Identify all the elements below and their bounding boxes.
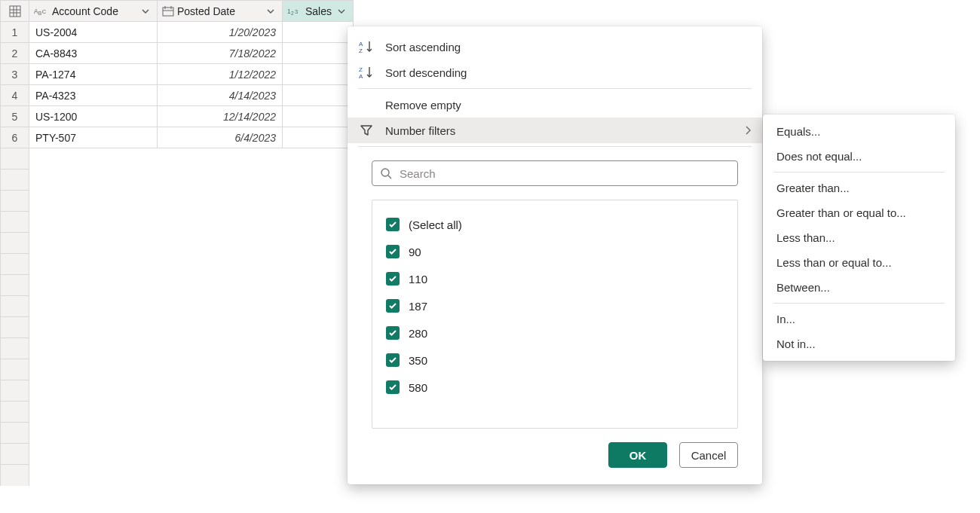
svg-rect-8 [163,8,173,16]
filter-icon [360,124,373,137]
submenu-greater-than[interactable]: Greater than... [763,176,955,200]
row-gutter [1,169,29,191]
corner-header[interactable] [1,1,29,22]
column-header-label: Sales [305,5,332,17]
checkbox-checked-icon[interactable] [386,380,400,394]
svg-text:A: A [359,73,363,79]
menu-item-label: Number filters [385,124,733,137]
row-gutter [1,233,29,254]
filter-value-row[interactable]: 350 [386,347,724,374]
cell-sales[interactable] [283,22,354,43]
menu-divider [358,146,752,147]
column-header-account[interactable]: A B C Account Code [29,1,158,22]
row-gutter [1,212,29,233]
submenu-not-in[interactable]: Not in... [763,331,955,356]
cell-account[interactable]: US-2004 [29,22,158,43]
cell-date[interactable]: 1/20/2023 [158,22,283,43]
submenu-label: Less than... [776,231,835,244]
checkbox-checked-icon[interactable] [386,245,400,258]
row-gutter [1,275,29,296]
column-header-label: Posted Date [177,5,261,17]
cell-account[interactable]: PA-4323 [29,85,158,106]
submenu-label: Not in... [776,337,816,350]
cell-account[interactable]: CA-8843 [29,43,158,64]
svg-text:A: A [359,41,363,47]
cell-account[interactable]: PA-1274 [29,64,158,85]
cell-sales[interactable] [283,43,354,64]
svg-text:2: 2 [291,11,294,16]
menu-sort-descending[interactable]: Z A Sort descending [348,60,762,85]
svg-point-24 [381,169,389,176]
column-header-label: Account Code [52,5,136,17]
table-row[interactable]: 4PA-43234/14/2023 [1,85,354,106]
row-number: 5 [1,106,29,127]
table-icon [9,5,21,17]
ok-button[interactable]: OK [608,442,667,468]
row-gutter [1,402,29,423]
cell-date[interactable]: 7/18/2022 [158,43,283,64]
data-grid[interactable]: A B C Account Code [0,0,354,486]
svg-line-25 [388,176,391,179]
filter-search-box[interactable] [372,160,738,186]
svg-text:Z: Z [359,66,363,73]
column-filter-toggle[interactable] [139,5,152,18]
svg-text:Z: Z [359,47,363,53]
submenu-label: Less than or equal to... [776,256,892,269]
filter-value-row[interactable]: 110 [386,265,724,292]
cell-sales[interactable] [283,106,354,127]
checkbox-checked-icon[interactable] [386,272,400,286]
filter-search-input[interactable] [398,166,730,181]
submenu-equals[interactable]: Equals... [763,119,955,144]
cell-date[interactable]: 6/4/2023 [158,127,283,148]
table-row[interactable]: 1US-20041/20/2023 [1,22,354,43]
row-gutter [1,148,29,169]
cancel-button[interactable]: Cancel [679,442,738,468]
date-type-icon [162,6,174,17]
column-filter-toggle[interactable] [264,5,277,18]
number-filters-submenu: Equals... Does not equal... Greater than… [763,115,955,361]
column-filter-toggle[interactable] [335,5,348,18]
menu-item-label: Sort ascending [385,41,752,53]
sort-asc-icon: A Z [359,40,374,53]
filter-value-label: 280 [409,327,427,340]
row-gutter [1,191,29,212]
table-row[interactable]: 3PA-12741/12/2022 [1,64,354,85]
submenu-less-than[interactable]: Less than... [763,225,955,250]
cell-sales[interactable] [283,127,354,148]
filter-value-label: 90 [409,246,421,258]
cell-account[interactable]: PTY-507 [29,127,158,148]
svg-text:C: C [42,8,47,15]
filter-value-row[interactable]: 90 [386,238,724,265]
filter-value-row[interactable]: 580 [386,374,724,401]
checkbox-checked-icon[interactable] [386,326,400,340]
menu-sort-ascending[interactable]: A Z Sort ascending [348,34,762,60]
submenu-in[interactable]: In... [763,307,955,331]
menu-remove-empty[interactable]: Remove empty [348,92,762,118]
column-header-date[interactable]: Posted Date [158,1,283,22]
table-row[interactable]: 5US-120012/14/2022 [1,106,354,127]
cell-date[interactable]: 4/14/2023 [158,85,283,106]
button-label: OK [629,449,647,462]
cell-sales[interactable] [283,64,354,85]
text-type-icon: A B C [34,6,49,17]
cell-account[interactable]: US-1200 [29,106,158,127]
row-gutter [1,317,29,338]
submenu-between[interactable]: Between... [763,275,955,300]
menu-number-filters[interactable]: Number filters [348,118,762,143]
table-row[interactable]: 6PTY-5076/4/2023 [1,127,354,148]
submenu-lte[interactable]: Less than or equal to... [763,250,955,275]
row-gutter [1,380,29,402]
submenu-gte[interactable]: Greater than or equal to... [763,200,955,225]
checkbox-checked-icon[interactable] [386,299,400,313]
cell-date[interactable]: 12/14/2022 [158,106,283,127]
table-row[interactable]: 2CA-88437/18/2022 [1,43,354,64]
filter-value-row[interactable]: 280 [386,319,724,347]
cell-date[interactable]: 1/12/2022 [158,64,283,85]
checkbox-checked-icon[interactable] [386,218,400,231]
submenu-does-not-equal[interactable]: Does not equal... [763,144,955,169]
filter-value-select-all[interactable]: (Select all) [386,211,724,238]
checkbox-checked-icon[interactable] [386,353,400,367]
cell-sales[interactable] [283,85,354,106]
column-header-sales[interactable]: 1 2 3 Sales [283,1,354,22]
filter-value-row[interactable]: 187 [386,292,724,319]
